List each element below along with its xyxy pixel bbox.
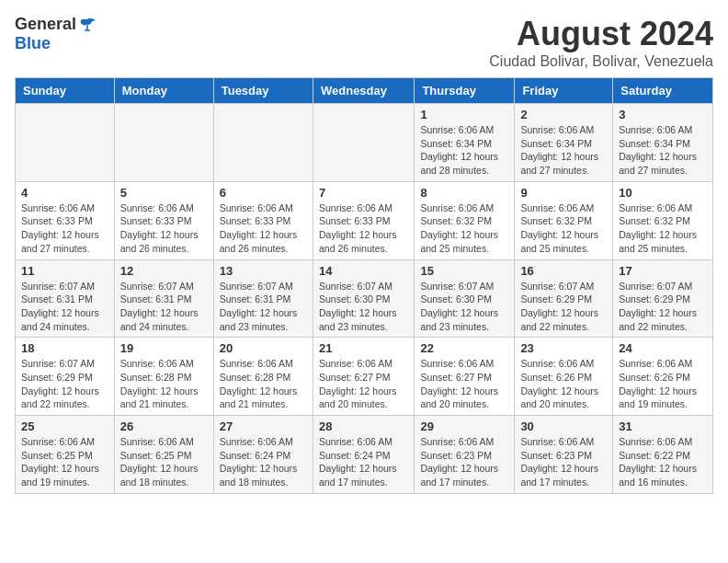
page-title: August 2024 [489, 15, 713, 53]
day-info: Sunrise: 6:06 AM Sunset: 6:23 PM Dayligh… [520, 435, 607, 489]
day-info: Sunrise: 6:06 AM Sunset: 6:25 PM Dayligh… [21, 435, 108, 489]
day-info: Sunrise: 6:06 AM Sunset: 6:32 PM Dayligh… [619, 201, 707, 256]
header: General Blue August 2024 Ciudad Bolivar,… [15, 15, 713, 70]
logo-blue-text: Blue [15, 34, 51, 53]
day-info: Sunrise: 6:07 AM Sunset: 6:30 PM Dayligh… [420, 280, 508, 334]
empty-calendar-cell [114, 104, 213, 182]
day-info: Sunrise: 6:06 AM Sunset: 6:26 PM Dayligh… [619, 357, 707, 411]
calendar-day-cell: 11Sunrise: 6:07 AM Sunset: 6:31 PM Dayli… [16, 259, 115, 338]
calendar-day-cell: 13Sunrise: 6:07 AM Sunset: 6:31 PM Dayli… [213, 259, 313, 338]
day-info: Sunrise: 6:07 AM Sunset: 6:29 PM Dayligh… [21, 357, 108, 411]
calendar-day-cell: 20Sunrise: 6:06 AM Sunset: 6:28 PM Dayli… [213, 338, 313, 416]
calendar-day-cell: 29Sunrise: 6:06 AM Sunset: 6:23 PM Dayli… [415, 416, 515, 494]
day-info: Sunrise: 6:06 AM Sunset: 6:27 PM Dayligh… [319, 357, 408, 411]
day-number: 30 [520, 419, 607, 433]
empty-calendar-cell [313, 104, 414, 182]
calendar-day-cell: 22Sunrise: 6:06 AM Sunset: 6:27 PM Dayli… [415, 338, 515, 416]
calendar-week-row: 18Sunrise: 6:07 AM Sunset: 6:29 PM Dayli… [16, 338, 713, 416]
day-number: 25 [21, 419, 108, 433]
day-info: Sunrise: 6:06 AM Sunset: 6:24 PM Dayligh… [220, 435, 307, 489]
calendar-day-cell: 24Sunrise: 6:06 AM Sunset: 6:26 PM Dayli… [613, 338, 713, 416]
day-info: Sunrise: 6:06 AM Sunset: 6:23 PM Dayligh… [420, 435, 508, 489]
day-info: Sunrise: 6:07 AM Sunset: 6:31 PM Dayligh… [21, 280, 108, 334]
day-number: 9 [520, 186, 607, 200]
day-number: 3 [619, 108, 707, 121]
day-number: 6 [220, 186, 307, 200]
day-info: Sunrise: 6:06 AM Sunset: 6:34 PM Dayligh… [520, 123, 607, 178]
calendar-day-cell: 21Sunrise: 6:06 AM Sunset: 6:27 PM Dayli… [313, 338, 414, 416]
calendar-day-cell: 25Sunrise: 6:06 AM Sunset: 6:25 PM Dayli… [16, 416, 115, 494]
weekday-header-friday: Friday [515, 78, 613, 104]
day-info: Sunrise: 6:06 AM Sunset: 6:32 PM Dayligh… [420, 201, 508, 256]
calendar-day-cell: 19Sunrise: 6:06 AM Sunset: 6:28 PM Dayli… [114, 338, 213, 416]
calendar-day-cell: 28Sunrise: 6:06 AM Sunset: 6:24 PM Dayli… [313, 416, 414, 494]
day-info: Sunrise: 6:06 AM Sunset: 6:25 PM Dayligh… [120, 435, 208, 489]
day-info: Sunrise: 6:06 AM Sunset: 6:22 PM Dayligh… [619, 435, 707, 489]
day-number: 19 [120, 341, 208, 355]
day-number: 16 [520, 264, 607, 278]
day-number: 5 [120, 186, 208, 200]
weekday-header-row: SundayMondayTuesdayWednesdayThursdayFrid… [16, 78, 713, 104]
calendar-day-cell: 30Sunrise: 6:06 AM Sunset: 6:23 PM Dayli… [515, 416, 613, 494]
day-number: 20 [220, 341, 307, 355]
calendar-day-cell: 3Sunrise: 6:06 AM Sunset: 6:34 PM Daylig… [613, 104, 713, 182]
calendar-day-cell: 27Sunrise: 6:06 AM Sunset: 6:24 PM Dayli… [213, 416, 313, 494]
day-number: 2 [520, 108, 607, 121]
empty-calendar-cell [16, 104, 115, 182]
calendar-week-row: 4Sunrise: 6:06 AM Sunset: 6:33 PM Daylig… [16, 181, 713, 259]
calendar-day-cell: 31Sunrise: 6:06 AM Sunset: 6:22 PM Dayli… [613, 416, 713, 494]
day-info: Sunrise: 6:07 AM Sunset: 6:29 PM Dayligh… [619, 280, 707, 334]
calendar-day-cell: 1Sunrise: 6:06 AM Sunset: 6:34 PM Daylig… [415, 104, 515, 182]
day-number: 27 [220, 419, 307, 433]
calendar-table: SundayMondayTuesdayWednesdayThursdayFrid… [15, 77, 713, 494]
calendar-day-cell: 9Sunrise: 6:06 AM Sunset: 6:32 PM Daylig… [515, 181, 613, 259]
day-info: Sunrise: 6:06 AM Sunset: 6:28 PM Dayligh… [120, 357, 208, 411]
day-info: Sunrise: 6:07 AM Sunset: 6:29 PM Dayligh… [520, 280, 607, 334]
day-number: 18 [21, 341, 108, 355]
day-number: 24 [619, 341, 707, 355]
day-info: Sunrise: 6:06 AM Sunset: 6:27 PM Dayligh… [420, 357, 508, 411]
calendar-day-cell: 5Sunrise: 6:06 AM Sunset: 6:33 PM Daylig… [114, 181, 213, 259]
day-info: Sunrise: 6:06 AM Sunset: 6:32 PM Dayligh… [520, 201, 607, 256]
weekday-header-sunday: Sunday [16, 78, 115, 104]
day-number: 15 [420, 264, 508, 278]
day-info: Sunrise: 6:06 AM Sunset: 6:33 PM Dayligh… [220, 201, 307, 256]
logo: General Blue [15, 15, 97, 53]
day-number: 4 [21, 186, 108, 200]
weekday-header-thursday: Thursday [415, 78, 515, 104]
logo-bird-icon [78, 17, 97, 32]
title-area: August 2024 Ciudad Bolivar, Bolivar, Ven… [489, 15, 713, 70]
calendar-day-cell: 26Sunrise: 6:06 AM Sunset: 6:25 PM Dayli… [114, 416, 213, 494]
day-info: Sunrise: 6:07 AM Sunset: 6:31 PM Dayligh… [220, 280, 307, 334]
calendar-week-row: 25Sunrise: 6:06 AM Sunset: 6:25 PM Dayli… [16, 416, 713, 494]
empty-calendar-cell [213, 104, 313, 182]
day-number: 28 [319, 419, 408, 433]
calendar-day-cell: 16Sunrise: 6:07 AM Sunset: 6:29 PM Dayli… [515, 259, 613, 338]
day-info: Sunrise: 6:06 AM Sunset: 6:34 PM Dayligh… [420, 123, 508, 178]
day-number: 21 [319, 341, 408, 355]
day-info: Sunrise: 6:06 AM Sunset: 6:24 PM Dayligh… [319, 435, 408, 489]
weekday-header-tuesday: Tuesday [213, 78, 313, 104]
day-number: 7 [319, 186, 408, 200]
page-subtitle: Ciudad Bolivar, Bolivar, Venezuela [489, 53, 713, 70]
day-number: 1 [420, 108, 508, 121]
weekday-header-monday: Monday [114, 78, 213, 104]
calendar-day-cell: 7Sunrise: 6:06 AM Sunset: 6:33 PM Daylig… [313, 181, 414, 259]
day-info: Sunrise: 6:06 AM Sunset: 6:28 PM Dayligh… [220, 357, 307, 411]
weekday-header-wednesday: Wednesday [313, 78, 414, 104]
day-number: 17 [619, 264, 707, 278]
day-info: Sunrise: 6:06 AM Sunset: 6:33 PM Dayligh… [319, 201, 408, 256]
calendar-day-cell: 17Sunrise: 6:07 AM Sunset: 6:29 PM Dayli… [613, 259, 713, 338]
calendar-day-cell: 10Sunrise: 6:06 AM Sunset: 6:32 PM Dayli… [613, 181, 713, 259]
day-info: Sunrise: 6:07 AM Sunset: 6:30 PM Dayligh… [319, 280, 408, 334]
weekday-header-saturday: Saturday [613, 78, 713, 104]
calendar-day-cell: 18Sunrise: 6:07 AM Sunset: 6:29 PM Dayli… [16, 338, 115, 416]
calendar-day-cell: 15Sunrise: 6:07 AM Sunset: 6:30 PM Dayli… [415, 259, 515, 338]
day-info: Sunrise: 6:06 AM Sunset: 6:34 PM Dayligh… [619, 123, 707, 178]
day-number: 22 [420, 341, 508, 355]
calendar-day-cell: 8Sunrise: 6:06 AM Sunset: 6:32 PM Daylig… [415, 181, 515, 259]
day-info: Sunrise: 6:06 AM Sunset: 6:33 PM Dayligh… [21, 201, 108, 256]
day-number: 29 [420, 419, 508, 433]
day-number: 23 [520, 341, 607, 355]
day-info: Sunrise: 6:07 AM Sunset: 6:31 PM Dayligh… [120, 280, 208, 334]
